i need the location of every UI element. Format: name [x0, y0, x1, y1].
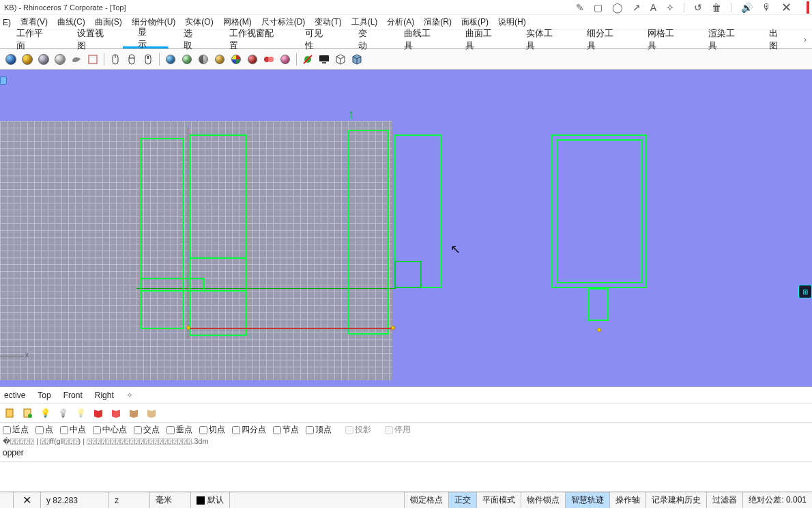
status-toggle[interactable]: 正交 [449, 492, 477, 508]
ribbon-tab[interactable]: 变动 [343, 30, 389, 48]
ribbon-tab[interactable]: 选取 [169, 30, 214, 48]
cube1-icon[interactable] [334, 53, 347, 66]
menu-item[interactable]: 工具(L) [351, 16, 378, 28]
ribbon-tab[interactable]: 网格工具 [633, 30, 693, 48]
ribbon-tab[interactable]: 实体工具 [511, 30, 572, 48]
ribbon-tab[interactable]: 细分工具 [572, 30, 633, 48]
viewport-tab[interactable]: Right [95, 391, 114, 400]
status-toggle[interactable]: 平面模式 [477, 492, 521, 508]
menu-item[interactable]: 面板(P) [461, 16, 489, 28]
status-toggle[interactable]: 锁定格点 [405, 492, 449, 508]
book-red2-icon[interactable] [109, 406, 123, 420]
trash-icon[interactable]: 🗑 [712, 2, 721, 13]
paste2-icon[interactable] [20, 406, 34, 420]
arrow-icon[interactable]: ↗ [633, 2, 641, 13]
osnap-option[interactable]: 点 [35, 424, 53, 436]
shade-blue-icon[interactable] [4, 53, 18, 66]
endpoint-dot[interactable] [597, 328, 601, 332]
osnap-option[interactable]: 切点 [199, 424, 225, 436]
shade-wire-icon[interactable] [53, 53, 67, 66]
menu-item[interactable]: E) [3, 18, 11, 27]
sm-red-icon[interactable] [246, 53, 259, 66]
status-toggle[interactable]: 智慧轨迹 [566, 492, 610, 508]
sm-gold-icon[interactable] [213, 53, 227, 66]
tabs-overflow-icon[interactable]: › [800, 30, 811, 48]
osnap-option[interactable]: 交点 [134, 424, 160, 436]
viewport-tab[interactable]: ective [4, 391, 25, 400]
osnap-option[interactable]: 节点 [273, 424, 299, 436]
add-viewport-icon[interactable]: ✧ [126, 391, 133, 400]
menu-item[interactable]: 曲面(S) [95, 16, 122, 28]
mouse3-icon[interactable] [141, 53, 155, 66]
sm-half-icon[interactable] [197, 53, 210, 66]
close-icon[interactable]: ✕ [781, 0, 792, 15]
endpoint-dot[interactable] [391, 326, 395, 330]
viewport-top[interactable]: ↑ ↖ ⊞ [0, 70, 812, 386]
ribbon-tab[interactable]: 显示 [123, 30, 169, 48]
menu-item[interactable]: 查看(V) [20, 16, 48, 28]
osnap-option[interactable]: 顶点 [306, 424, 332, 436]
shade-gold-icon[interactable] [20, 53, 34, 66]
bulb-dim-icon[interactable]: 💡 [74, 406, 87, 420]
sm-blue-icon[interactable] [164, 53, 177, 66]
book-red-icon[interactable] [91, 406, 105, 420]
select-box-icon[interactable] [86, 53, 100, 66]
menu-item[interactable]: 实体(O) [185, 16, 213, 28]
status-toggle[interactable]: 物件锁点 [521, 492, 566, 508]
menu-item[interactable]: 说明(H) [498, 16, 526, 28]
status-toggle[interactable]: 操作轴 [610, 492, 646, 508]
close-tab-button[interactable]: ✕ [14, 492, 41, 508]
viewport-tab[interactable]: Front [63, 391, 83, 400]
menu-item[interactable]: 网格(M) [223, 16, 252, 28]
menu-item[interactable]: 尺寸标注(D) [261, 16, 306, 28]
pencil-icon[interactable]: ✎ [576, 2, 584, 13]
status-toggle[interactable]: 记录建构历史 [646, 492, 707, 508]
ribbon-tab[interactable]: 工作视窗配置 [214, 30, 290, 48]
sm-env-icon[interactable] [180, 53, 194, 66]
book-tan-icon[interactable] [127, 406, 141, 420]
osnap-option[interactable]: 中心点 [93, 424, 127, 436]
mic-icon[interactable]: 🎙 [762, 2, 772, 13]
speaker-icon[interactable]: 🔊 [741, 2, 753, 13]
menu-item[interactable]: 变动(T) [315, 16, 341, 28]
ribbon-tab[interactable]: 工作平面 [1, 30, 62, 48]
bulb-off-icon[interactable]: 💡 [56, 406, 70, 420]
left-flag-icon[interactable] [0, 76, 7, 85]
endpoint-dot[interactable] [186, 326, 190, 330]
bulb-on-icon[interactable]: 💡 [38, 406, 52, 420]
undo-icon[interactable]: ↺ [694, 2, 702, 13]
ribbon-tab[interactable]: 曲面工具 [450, 30, 511, 48]
mouse1-icon[interactable] [108, 53, 122, 66]
sm-quad-icon[interactable] [229, 53, 243, 66]
menu-item[interactable]: 渲染(R) [424, 16, 452, 28]
sm-pink-icon[interactable] [278, 53, 292, 66]
right-widget-icon[interactable]: ⊞ [798, 285, 812, 298]
cube2-icon[interactable] [350, 53, 364, 66]
menu-item[interactable]: 分析(A) [387, 16, 414, 28]
circle-icon[interactable]: ◯ [612, 2, 623, 13]
paste-icon[interactable] [3, 406, 16, 420]
status-layer[interactable]: 默认 [191, 492, 230, 508]
ribbon-tab[interactable]: 出图 [754, 30, 800, 48]
osnap-option[interactable]: 垂点 [166, 424, 192, 436]
osnap-option[interactable]: 近点 [3, 424, 29, 436]
square-icon[interactable]: ▢ [594, 2, 603, 13]
ribbon-tab[interactable]: 曲线工具 [389, 30, 450, 48]
ribbon-tab[interactable]: 可见性 [290, 30, 343, 48]
book-tan2-icon[interactable] [145, 406, 158, 420]
osnap-special[interactable]: 停用 [385, 424, 411, 436]
viewport-tab[interactable]: Top [38, 391, 50, 400]
status-toggle[interactable]: 过滤器 [707, 492, 743, 508]
text-a-icon[interactable]: A [650, 2, 656, 13]
ribbon-tab[interactable]: 设置视图 [62, 30, 123, 48]
osnap-option[interactable]: 中点 [60, 424, 86, 436]
osnap-special[interactable]: 投影 [345, 424, 371, 436]
monitor-icon[interactable] [317, 53, 331, 66]
no-bug-icon[interactable] [301, 53, 315, 66]
sm-dblred-icon[interactable] [262, 53, 276, 66]
rhino-icon[interactable] [70, 53, 83, 66]
mouse2-icon[interactable] [125, 53, 139, 66]
menu-item[interactable]: 曲线(C) [57, 16, 85, 28]
osnap-option[interactable]: 四分点 [232, 424, 266, 436]
shade-gray-icon[interactable] [37, 53, 50, 66]
